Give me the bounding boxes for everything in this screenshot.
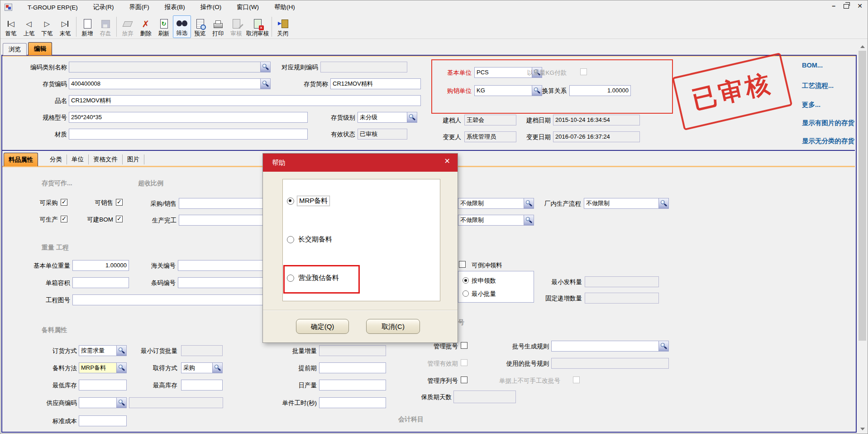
menu-report[interactable]: 报表(B) <box>165 3 185 11</box>
filter-button[interactable]: 筛选 <box>173 15 191 38</box>
lookup-icon[interactable] <box>658 341 668 351</box>
code-category-field[interactable] <box>69 62 271 72</box>
menu-operation[interactable]: 操作(O) <box>200 3 222 11</box>
item-code-field[interactable]: 400400008 <box>69 78 271 89</box>
long-lead-prep-label[interactable]: 长交期备料 <box>298 235 332 244</box>
subtab-image[interactable]: 图片 <box>123 154 144 164</box>
menu-tgroup-erp[interactable]: T-GROUP ERP(E) <box>28 4 78 11</box>
bom-allowed-checkbox[interactable] <box>116 216 123 222</box>
limit1-field[interactable]: 不做限制 <box>458 198 534 209</box>
supplier-code-label: 供应商编码 <box>36 399 77 407</box>
link-show-unclassified[interactable]: 显示无分类的存货 <box>802 137 854 145</box>
mrp-prep-label[interactable]: MRP备料 <box>297 196 330 206</box>
lookup-icon[interactable] <box>260 79 270 89</box>
close-button[interactable]: ✕ <box>857 2 863 10</box>
prep-method-field[interactable]: MRP备料 <box>79 362 127 373</box>
lead-time-field[interactable] <box>319 362 386 373</box>
min-batch-radio[interactable] <box>463 290 469 297</box>
scroll-down-arrow[interactable] <box>858 425 866 433</box>
scrollbar-thumb[interactable] <box>858 51 866 341</box>
cancel-audit-button[interactable]: 取消审核 <box>245 15 270 38</box>
item-short-field[interactable]: CR12MOV精料 <box>330 78 421 89</box>
lookup-icon[interactable] <box>407 112 417 122</box>
lookup-icon[interactable] <box>260 62 270 72</box>
trade-unit-field[interactable]: KG <box>474 85 542 96</box>
box-volume-field[interactable] <box>72 277 129 288</box>
subtab-classification[interactable]: 分类 <box>45 154 67 164</box>
unit-work-time-field[interactable] <box>319 397 386 408</box>
unit-weight-label: 基本单位重量 <box>24 262 70 270</box>
prev-record-button[interactable]: ◁ 上笔 <box>20 15 38 38</box>
menu-help[interactable]: 帮助(H) <box>274 3 295 11</box>
lookup-icon[interactable] <box>116 363 126 373</box>
purchasable-checkbox[interactable] <box>61 199 67 206</box>
batch-rule-field[interactable] <box>551 341 669 352</box>
daily-output-field[interactable] <box>319 380 386 391</box>
minimize-button[interactable]: – <box>832 2 835 10</box>
lookup-icon[interactable] <box>658 198 668 208</box>
link-more[interactable]: 更多... <box>802 101 820 109</box>
manage-serial-checkbox[interactable] <box>461 376 467 383</box>
lookup-icon[interactable] <box>212 363 222 373</box>
link-show-with-images[interactable]: 显示有图片的存货 <box>802 119 854 127</box>
print-button[interactable]: 打印 <box>209 15 227 38</box>
by-request-radio[interactable] <box>463 277 469 284</box>
restore-icon[interactable] <box>844 4 849 9</box>
first-record-button[interactable]: ◁ 首笔 <box>2 15 20 38</box>
refresh-button[interactable]: ↻ 刷新 <box>155 15 173 38</box>
close-form-button[interactable]: 关闭 <box>274 15 292 38</box>
min-stock-field[interactable] <box>79 380 127 391</box>
factory-flow-field[interactable]: 不做限制 <box>584 198 669 209</box>
limit2-field[interactable]: 不做限制 <box>458 215 534 226</box>
max-stock-field[interactable] <box>181 380 223 391</box>
link-process-flow[interactable]: 工艺流程... <box>802 82 834 90</box>
subtab-qualification[interactable]: 资格文件 <box>89 154 123 164</box>
link-bom[interactable]: BOM... <box>802 62 823 69</box>
subtab-unit[interactable]: 单位 <box>67 154 89 164</box>
lookup-icon[interactable] <box>524 198 534 208</box>
created-date-label: 建档日期 <box>517 116 551 125</box>
dialog-title-bar[interactable]: 帮助 <box>263 154 458 172</box>
item-name-field[interactable]: CR12MOV精料 <box>69 95 421 106</box>
order-mode-field[interactable]: 按需求量 <box>79 345 127 356</box>
manage-batch-label: 管理批号 <box>424 342 458 351</box>
producible-checkbox[interactable] <box>61 216 67 222</box>
last-record-button[interactable]: ▷ 末笔 <box>56 15 74 38</box>
mrp-prep-radio[interactable] <box>287 198 294 205</box>
menu-window[interactable]: 窗口(W) <box>237 3 259 11</box>
scroll-up-arrow[interactable] <box>858 43 866 50</box>
tab-browse[interactable]: 浏览 <box>3 43 27 55</box>
cancel-button[interactable]: 取消(C) <box>366 319 420 334</box>
lookup-icon[interactable] <box>524 215 534 225</box>
spec-field[interactable]: 250*240*35 <box>69 112 308 123</box>
new-button[interactable]: 新增 <box>78 15 96 38</box>
sellable-checkbox[interactable] <box>116 199 123 206</box>
supplier-code-field[interactable] <box>79 397 127 408</box>
delete-button[interactable]: ✗ 删除 <box>137 15 155 38</box>
backflush-checkbox[interactable] <box>459 261 466 268</box>
manage-batch-checkbox[interactable] <box>461 342 467 349</box>
discard-button: 放弃 <box>119 15 137 38</box>
next-record-button[interactable]: ▷ 下笔 <box>38 15 56 38</box>
drawing-number-field[interactable] <box>72 294 292 305</box>
long-lead-prep-radio[interactable] <box>287 236 294 243</box>
tab-edit[interactable]: 编辑 <box>28 42 52 55</box>
prev-record-icon: ◁ <box>26 18 32 30</box>
spec-label: 规格型号 <box>18 114 67 122</box>
menu-interface[interactable]: 界面(F) <box>129 3 149 11</box>
preview-button[interactable]: 预览 <box>191 15 209 38</box>
dialog-close-icon[interactable]: ✕ <box>444 158 450 165</box>
subtab-item-attributes[interactable]: 料品属性 <box>4 153 38 166</box>
vertical-scrollbar[interactable] <box>858 43 866 433</box>
level-field[interactable]: 未分级 <box>358 112 417 123</box>
conversion-field[interactable]: 1.00000 <box>569 85 631 96</box>
ok-button[interactable]: 确定(Q) <box>296 319 349 334</box>
lookup-icon[interactable] <box>116 398 126 408</box>
material-field[interactable] <box>69 129 308 140</box>
acquire-mode-field[interactable]: 采购 <box>181 362 223 373</box>
menu-record[interactable]: 记录(R) <box>93 3 114 11</box>
unit-weight-field[interactable]: 1.00000 <box>72 260 129 271</box>
pay-by-weight-checkbox <box>580 68 587 75</box>
lookup-icon[interactable] <box>116 346 126 356</box>
std-cost-field[interactable] <box>79 415 127 426</box>
